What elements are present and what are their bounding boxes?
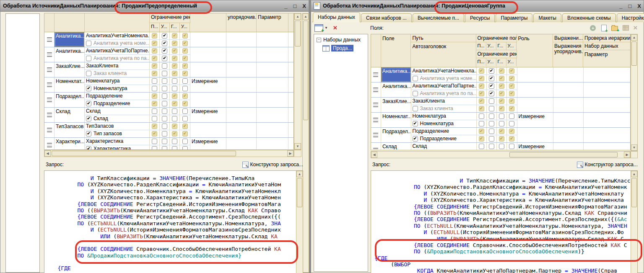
fields-table-hscrollbar[interactable]: ◀ ▶: [44, 150, 294, 157]
empty-cell[interactable]: [288, 138, 293, 150]
tree-item-dataset[interactable]: Прода...: [314, 43, 368, 52]
checkbox[interactable]: ✔: [86, 56, 91, 61]
field-name-cell[interactable]: Подраздел...: [55, 93, 85, 107]
checkbox[interactable]: ✔: [152, 146, 157, 150]
path-cell[interactable]: Номенклатура: [85, 77, 150, 85]
table-row[interactable]: Подраздел...Подразделение✔✔✔✔✔Подразделе…: [44, 93, 293, 108]
checkbox[interactable]: ✔: [182, 56, 188, 61]
checkbox[interactable]: ✔: [182, 116, 188, 121]
checkbox[interactable]: ✔: [86, 116, 91, 121]
checkbox[interactable]: ✔: [172, 108, 177, 114]
checkbox[interactable]: ✔: [182, 48, 188, 54]
empty-cell[interactable]: [288, 32, 293, 47]
checkbox[interactable]: ✔: [172, 33, 177, 39]
title-row[interactable]: ✔Аналитика учета номе...✔✔✔✔: [85, 40, 190, 47]
tab-7[interactable]: Вложенные схемы: [562, 13, 616, 22]
checkbox[interactable]: ✔: [152, 139, 157, 144]
scroll-thumb[interactable]: [295, 21, 301, 46]
autotitle-cell[interactable]: ✔Номенклатура: [411, 120, 477, 127]
checkbox[interactable]: ✔: [489, 106, 494, 111]
checkbox[interactable]: ✔: [509, 121, 514, 126]
tab-4[interactable]: Ресурсы: [465, 13, 495, 22]
path-cell[interactable]: АналитикаУчетаПоПартне...: [411, 82, 477, 90]
empty-cell[interactable]: [226, 108, 257, 122]
autotitle-cell[interactable]: ✔Заказ клиента: [85, 70, 150, 77]
empty-cell[interactable]: [553, 98, 584, 112]
field-name-cell[interactable]: Характери...: [55, 138, 85, 150]
empty-cell[interactable]: [257, 47, 288, 62]
query-builder-link[interactable]: Конструктор запроса...: [242, 162, 303, 168]
checkbox[interactable]: ✔: [152, 48, 157, 54]
path-row[interactable]: Номенклатура✔✔✔✔: [85, 77, 190, 85]
title-row[interactable]: ✔Заказ клиента✔✔✔✔: [85, 70, 190, 77]
checkbox[interactable]: ✔: [182, 33, 188, 39]
checkbox[interactable]: ✔: [489, 98, 494, 104]
title-row[interactable]: ✔Подразделение✔✔✔✔: [411, 135, 517, 142]
scroll-right-icon[interactable]: ▶: [624, 152, 630, 158]
empty-cell[interactable]: [584, 67, 630, 82]
table-row[interactable]: ЗаказКлие...ЗаказКлиента✔✔✔✔✔Заказ клиен…: [44, 62, 293, 77]
query-editor-vscrollbar[interactable]: ▲: [296, 171, 303, 273]
checkbox[interactable]: ✔: [479, 113, 484, 119]
query-editor[interactable]: И ТипКлассификации = ЗНАЧЕНИЕ(Перечислен…: [371, 170, 638, 273]
checkbox[interactable]: ✔: [413, 76, 418, 81]
empty-cell[interactable]: [257, 62, 288, 77]
tab-3[interactable]: Вычисляемые п...: [413, 13, 464, 22]
right-window-titlebar[interactable]: Обработка ИсточникиДанныхПланирования: П…: [311, 0, 644, 12]
autotitle-cell[interactable]: ✔Характеристика: [85, 145, 150, 150]
fields-table[interactable]: Аналитика...АналитикаУчетаНоменкла...✔✔✔…: [44, 32, 294, 150]
empty-cell[interactable]: [226, 93, 257, 107]
checkbox[interactable]: ✔: [182, 41, 188, 46]
autotitle-cell[interactable]: ✔Подразделение: [85, 100, 150, 107]
checkbox[interactable]: ✔: [162, 86, 167, 91]
field-name-cell[interactable]: Склад: [381, 143, 411, 150]
checkbox[interactable]: ✔: [86, 41, 91, 46]
title-row[interactable]: ✔Номенклатура✔✔✔✔: [85, 85, 190, 92]
checkbox[interactable]: ✔: [182, 108, 188, 114]
collapse-icon[interactable]: −: [317, 38, 321, 42]
minimize-button[interactable]: _: [284, 3, 287, 9]
table-row[interactable]: Номенклат...Номенклатура✔✔✔✔✔Номенклатур…: [371, 113, 630, 128]
checkbox[interactable]: ✔: [152, 93, 157, 99]
checkbox[interactable]: ✔: [182, 71, 188, 76]
checkbox[interactable]: ✔: [499, 136, 504, 142]
row-handle[interactable]: [44, 62, 55, 77]
empty-cell[interactable]: [288, 47, 293, 62]
checkbox[interactable]: ✔: [479, 83, 484, 89]
title-row[interactable]: ✔Аналитика учета номе...✔✔✔✔: [411, 75, 517, 82]
autotitle-cell[interactable]: ✔Номенклатура: [85, 85, 150, 92]
fields-table[interactable]: Аналитика...АналитикаУчетаНоменкла...✔✔✔…: [371, 67, 631, 150]
autotitle-cell[interactable]: ✔Аналитика учета номе...: [411, 75, 477, 82]
table-row[interactable]: ЗаказКлие...ЗаказКлиента✔✔✔✔✔Заказ клиен…: [371, 98, 630, 113]
checkbox[interactable]: ✔: [413, 136, 418, 142]
checkbox[interactable]: ✔: [182, 139, 188, 144]
empty-cell[interactable]: [584, 143, 630, 150]
checkbox[interactable]: ✔: [162, 78, 167, 84]
empty-cell[interactable]: [288, 77, 293, 92]
autotitle-cell[interactable]: ✔Тип запасов: [85, 130, 150, 137]
autotitle-cell[interactable]: ✔Аналитика учета по па...: [411, 90, 477, 97]
checkbox[interactable]: ✔: [86, 86, 91, 91]
field-name-cell[interactable]: Номенклат...: [381, 113, 411, 127]
scroll-thumb[interactable]: [52, 151, 236, 156]
checkbox[interactable]: ✔: [182, 63, 188, 69]
path-row[interactable]: ЗаказКлиента✔✔✔✔: [411, 98, 517, 105]
checkbox[interactable]: ✔: [499, 83, 504, 89]
checkbox[interactable]: ✔: [162, 41, 167, 46]
left-window-titlebar[interactable]: Обработка ИсточникиДанныхПланирования: П…: [0, 0, 309, 12]
checkbox[interactable]: ✔: [489, 68, 494, 74]
autotitle-cell[interactable]: ✔Подразделение: [411, 135, 477, 142]
checkbox[interactable]: ✔: [499, 129, 504, 134]
path-cell[interactable]: АналитикаУчетаНоменкла...: [411, 67, 477, 75]
checkbox[interactable]: ✔: [172, 78, 177, 84]
table-row[interactable]: СкладСклад✔✔✔✔✔Склад✔✔✔✔Измерение: [371, 143, 630, 150]
row-handle[interactable]: [44, 93, 55, 107]
path-cell[interactable]: Склад: [411, 143, 477, 150]
checkbox[interactable]: ✔: [152, 33, 157, 39]
checkbox[interactable]: ✔: [152, 108, 157, 114]
fields-table-vscrollbar[interactable]: ▲ ▼: [294, 13, 301, 150]
path-cell[interactable]: Склад: [85, 108, 150, 115]
close-button[interactable]: X: [637, 3, 641, 9]
title-row[interactable]: ✔Характеристика✔✔✔✔: [85, 145, 190, 150]
autotitle-cell[interactable]: ✔Аналитика учета по па...: [85, 55, 150, 62]
